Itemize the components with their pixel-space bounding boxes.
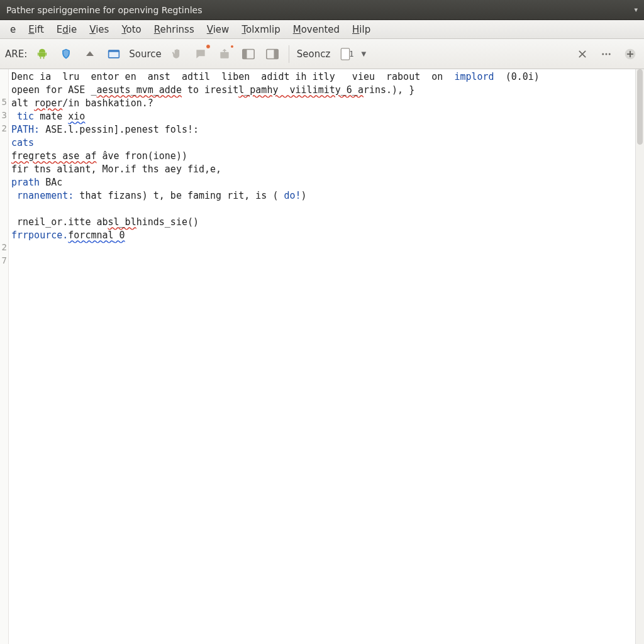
code-segment: rnanement: (11, 190, 74, 201)
code-segment: aesuts_mvm_adde (96, 84, 181, 96)
close-icon[interactable] (574, 45, 591, 63)
vertical-scrollbar[interactable] (635, 69, 644, 644)
code-segment: rneil_or.itte ab (11, 216, 108, 228)
menu-mnemonic: d (62, 24, 69, 35)
gutter-line-number (0, 150, 8, 163)
menu-hilp[interactable]: Hilp (346, 21, 377, 38)
window-titlebar: Pather speiriggemine for openving Regtin… (0, 0, 644, 20)
panel-left-icon[interactable] (240, 45, 257, 63)
code-segment: frrpource. (11, 230, 68, 241)
gutter-line-number (0, 189, 8, 203)
code-segment: do! (284, 190, 301, 201)
code-segment: l_pamhy viilimity_6_a (238, 84, 364, 96)
menu-mnemonic: M (293, 24, 301, 35)
menu-edie[interactable]: Edie (50, 21, 83, 38)
code-line[interactable]: tic mate xio (11, 110, 641, 123)
gutter-line-number: 5 (0, 97, 8, 110)
svg-point-15 (602, 53, 604, 55)
plus-circle-icon[interactable] (621, 45, 639, 63)
code-segment: opeen for ASE _ (11, 84, 96, 96)
code-editor[interactable]: Denc ia lru entor en anst adtil liben ad… (9, 69, 644, 644)
menu-movented[interactable]: Movented (287, 21, 346, 38)
svg-rect-11 (243, 49, 247, 58)
code-line[interactable]: fregrets ase af âve fron(ione)) (11, 150, 641, 163)
svg-rect-5 (40, 57, 42, 58)
editor-gutter: 53227 (0, 69, 9, 644)
window-title: Pather speiriggemine for openving Regtin… (6, 5, 630, 15)
gutter-line-number (0, 70, 8, 84)
menu-eift[interactable]: Eift (22, 21, 50, 38)
titlebar-dropdown-caret[interactable]: ▾ (634, 6, 638, 14)
gutter-line-number: 7 (0, 255, 8, 269)
hand-icon[interactable] (168, 45, 186, 63)
menu-vies[interactable]: Vies (83, 21, 115, 38)
code-segment: sl_bl (108, 216, 136, 228)
editor-area: 53227 Denc ia lru entor en anst adtil li… (0, 69, 644, 644)
svg-point-16 (606, 53, 608, 55)
window-icon[interactable] (105, 45, 123, 63)
code-line[interactable]: PATH: ASE.l.pessin].penest fols!: (11, 123, 641, 136)
gutter-line-number (0, 229, 8, 242)
code-line[interactable]: cats (11, 136, 641, 150)
toolbar-separator (289, 45, 289, 63)
code-line[interactable]: alt roper/in bashkation.? (11, 97, 641, 110)
chevron-up-icon[interactable] (81, 45, 99, 63)
code-segment: roper (34, 97, 62, 109)
code-segment: 0 (114, 230, 125, 241)
code-segment: cats (11, 137, 34, 148)
code-segment: that fizans) t, be faming rit, is ( (74, 190, 284, 201)
code-segment: hinds_sie() (136, 216, 199, 228)
gutter-line-number (0, 216, 8, 229)
menu-tolxmlip[interactable]: Tolxmlip (235, 21, 286, 38)
gutter-line-number (0, 84, 8, 97)
code-line[interactable]: rnanement: that fizans) t, be faming rit… (11, 189, 641, 203)
svg-point-17 (609, 53, 611, 55)
code-line[interactable]: rneil_or.itte absl_blhinds_sie() (11, 216, 641, 229)
svg-rect-2 (39, 52, 45, 57)
svg-rect-6 (43, 57, 45, 58)
menu-yoto[interactable]: Yoto (115, 21, 147, 38)
code-segment: ASE.l.pessin].penest fols!: (45, 124, 199, 135)
menu-mnemonic: T (242, 24, 246, 35)
code-line[interactable]: frrpource.forcmnal 0 (11, 229, 641, 242)
code-segment: prath (11, 177, 45, 188)
toolbar: ARE: Source Seoncz 1 ▼ (0, 39, 644, 69)
gutter-line-number (0, 136, 8, 150)
toolbar-left-label: ARE: (5, 48, 27, 60)
svg-rect-14 (341, 48, 350, 59)
panel-right-icon[interactable] (264, 45, 281, 63)
menu-mnemonic: E (28, 24, 34, 35)
dropdown-caret-icon[interactable]: ▼ (362, 50, 367, 57)
code-line[interactable]: fir tns aliant, Mor.if ths aey fid,e, (11, 163, 641, 176)
scrollbar-thumb[interactable] (637, 69, 643, 145)
svg-rect-13 (274, 49, 278, 58)
android-icon[interactable] (33, 45, 51, 63)
code-segment: to iresit (182, 84, 238, 96)
code-segment: mate (40, 111, 68, 122)
menu-e[interactable]: e (4, 21, 22, 38)
code-line[interactable]: prath BAc (11, 176, 641, 189)
gutter-line-number (0, 163, 8, 176)
shield-icon[interactable] (57, 45, 75, 63)
code-line[interactable] (11, 203, 641, 216)
gutter-line-number (0, 203, 8, 216)
code-line[interactable]: Denc ia lru entor en anst adtil liben ad… (11, 70, 641, 84)
page-number: 1 (349, 50, 353, 58)
more-icon[interactable] (597, 45, 615, 63)
gutter-line-number (0, 176, 8, 189)
menu-rehrinss[interactable]: Rehrinss (148, 21, 201, 38)
svg-rect-8 (109, 52, 119, 57)
notification-dot-icon (206, 44, 211, 49)
menu-mnemonic: H (352, 24, 359, 35)
code-line[interactable]: opeen for ASE _aesuts_mvm_adde to iresit… (11, 84, 641, 97)
code-segment: (0.0i) (494, 71, 540, 82)
menubar: e Eift Edie Vies Yoto Rehrinss View Tolx… (0, 20, 644, 39)
menu-view[interactable]: View (201, 21, 236, 38)
code-segment: forcmnal (68, 230, 113, 241)
code-segment: BAc (45, 177, 62, 188)
menu-mnemonic: Y (121, 24, 126, 35)
toolbar-source-label: Source (129, 48, 162, 60)
code-segment: ) (301, 190, 307, 201)
code-segment: xio (68, 111, 85, 122)
code-segment: /in bashkation.? (62, 97, 153, 109)
